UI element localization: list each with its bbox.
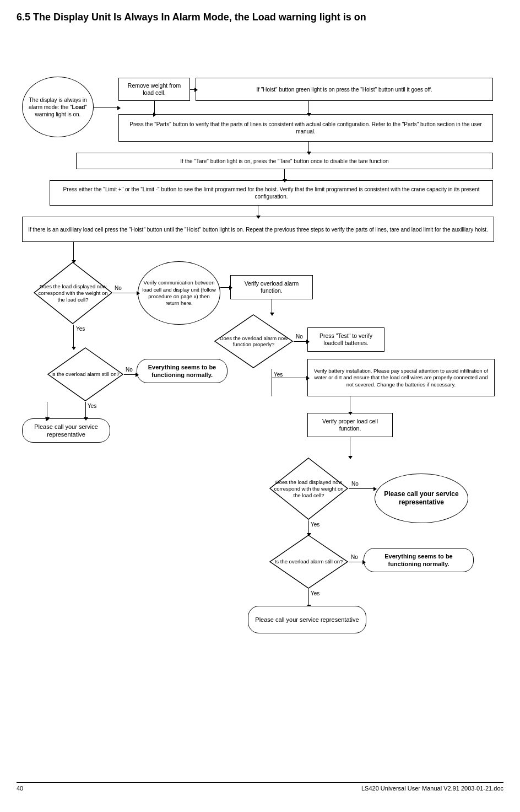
arrow-load1-yes-down (73, 325, 74, 347)
label-yes-alarm1: Yes (88, 403, 96, 409)
box-call-rep1: Please call your service representative (22, 418, 110, 443)
arrow-tare-limit (284, 169, 285, 180)
arrow-battery-loadfn (350, 396, 350, 413)
arrow-oval-remove (94, 107, 118, 108)
arrow-alarm1-yes (85, 402, 86, 418)
box-verify-overload: Verify overload alarm function. (230, 275, 313, 299)
box-everything2: Everything seems to be functioning norma… (364, 548, 474, 572)
box-verify-comm: Verify communication between load cell a… (138, 261, 220, 325)
arrow-v-rep1 (47, 402, 47, 418)
arrow-overload-no (294, 341, 307, 342)
arrow-comm-overload (220, 287, 230, 288)
flowchart-diagram: The display is always in alarm mode: the… (17, 33, 503, 777)
label-no-overload-fn: No (296, 334, 303, 340)
box-limit: Press either the "Limit +" or the "Limit… (50, 180, 493, 206)
arrow-alarm1-no (124, 374, 137, 375)
label-yes-alarm2: Yes (311, 590, 319, 596)
page-title: 6.5 The Display Unit Is Always In Alarm … (17, 11, 503, 24)
diamond-overload-alarm2: Is the overload alarm still on? (269, 534, 349, 589)
label-no-load1: No (115, 285, 122, 291)
box-call-rep3: Please call your service representative (248, 606, 366, 633)
arrow-limit-aux (258, 206, 258, 217)
footer: 40 LS420 Universal User Manual V2.91 200… (17, 782, 503, 792)
label-no-alarm2: No (351, 554, 358, 560)
diamond-overload-alarm1: Is the overload alarm still on? (47, 347, 124, 402)
arrow-load1-no (113, 293, 138, 293)
arrow-remove-hoist (190, 89, 196, 90)
box-call-rep2: Please call your service representative (375, 474, 468, 523)
arrow-hoist-parts (308, 101, 309, 114)
arrow-parts-tare (308, 142, 309, 153)
label-no-load2: No (351, 481, 359, 487)
label-yes-overload-fn: Yes (274, 372, 283, 378)
arrow-aux-diamond1 (73, 242, 74, 261)
doc-reference: LS420 Universal User Manual V2.91 2003-0… (361, 785, 503, 792)
arrow-loadfn-diamond2 (350, 437, 350, 457)
arrow-overload-diamond (272, 299, 272, 314)
box-verify-battery: Verify battery installation. Please pay … (307, 359, 495, 396)
label-no-alarm1: No (126, 367, 133, 373)
label-yes-load2: Yes (311, 521, 319, 528)
box-parts: Press the "Parts" button to verify that … (118, 114, 493, 142)
box-auxilliary: If there is an auxilliary load cell pres… (22, 217, 494, 242)
start-oval: The display is always in alarm mode: the… (22, 77, 94, 137)
box-everything1: Everything seems to be functioning norma… (137, 359, 228, 383)
box-hoist-green: If "Hoist" button green light is on pres… (196, 78, 493, 101)
diamond-load1: Does the load displayed now correspond w… (33, 261, 113, 325)
box-verify-load-fn: Verify proper load cell function. (307, 413, 393, 437)
arrow-alarm2-yes (308, 589, 309, 606)
arrow-yes1-to-alarm1 (73, 347, 74, 348)
arrow-yes-to-battery (272, 378, 307, 378)
arrow-alarm2-no (349, 562, 364, 562)
arrow-load2-yes (308, 520, 309, 534)
box-tare: If the "Tare" button light is on, press … (76, 153, 493, 169)
page-number: 40 (17, 785, 23, 792)
label-yes-load1: Yes (76, 326, 85, 332)
box-test-batteries: Press "Test" to verify loadcell batterie… (307, 327, 384, 352)
box-remove-weight: Remove weight from load cell. (118, 78, 190, 101)
arrow-load2-no (349, 488, 375, 489)
arrow-overload-yes-down (272, 369, 272, 396)
diamond-load2: Does the load displayed now correspond w… (269, 457, 349, 520)
diamond-overload-fn: Does the overload alarm now function pro… (214, 314, 294, 369)
